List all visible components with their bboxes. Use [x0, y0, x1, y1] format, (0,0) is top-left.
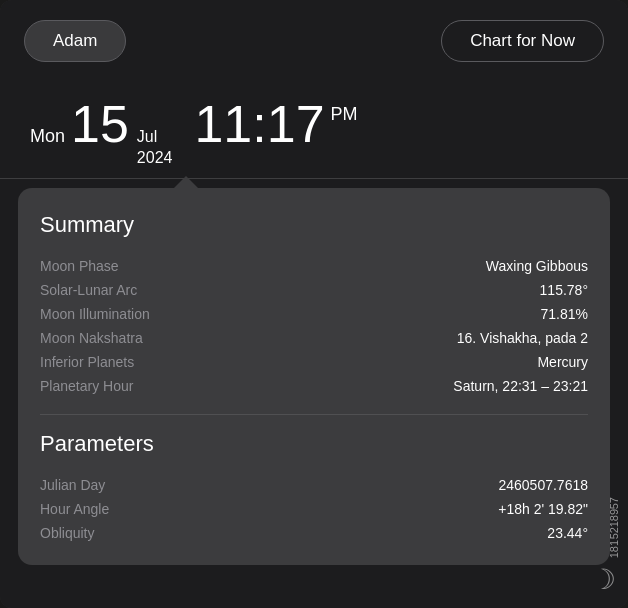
hour-angle-label: Hour Angle: [40, 501, 180, 517]
divider: [0, 178, 628, 179]
row-obliquity: Obliquity 23.44°: [40, 521, 588, 545]
planetary-hour-value: Saturn, 22:31 – 23:21: [453, 378, 588, 394]
main-container: Adam Chart for Now Mon 15 Jul 2024 11:17…: [0, 0, 628, 608]
row-julian-day: Julian Day 2460507.7618: [40, 473, 588, 497]
julian-day-label: Julian Day: [40, 477, 180, 493]
moon-illumination-value: 71.81%: [541, 306, 588, 322]
moon-nakshatra-label: Moon Nakshatra: [40, 330, 180, 346]
moon-phase-label: Moon Phase: [40, 258, 180, 274]
summary-title: Summary: [40, 212, 588, 238]
julian-day-value: 2460507.7618: [498, 477, 588, 493]
obliquity-value: 23.44°: [547, 525, 588, 541]
moon-nakshatra-value: 16. Vishakha, pada 2: [457, 330, 588, 346]
ampm-label: PM: [331, 104, 358, 125]
date-number: 15: [71, 98, 129, 150]
solar-lunar-arc-label: Solar-Lunar Arc: [40, 282, 180, 298]
moon-illumination-label: Moon Illumination: [40, 306, 180, 322]
summary-panel: Summary Moon Phase Waxing Gibbous Solar-…: [18, 188, 610, 565]
adam-button[interactable]: Adam: [24, 20, 126, 62]
row-solar-lunar-arc: Solar-Lunar Arc 115.78°: [40, 278, 588, 302]
row-planetary-hour: Planetary Hour Saturn, 22:31 – 23:21: [40, 374, 588, 398]
top-bar: Adam Chart for Now: [0, 20, 628, 62]
obliquity-label: Obliquity: [40, 525, 180, 541]
planetary-hour-label: Planetary Hour: [40, 378, 180, 394]
solar-lunar-arc-value: 115.78°: [540, 282, 588, 298]
row-moon-nakshatra: Moon Nakshatra 16. Vishakha, pada 2: [40, 326, 588, 350]
month-year: Jul 2024: [137, 127, 173, 169]
parameters-title: Parameters: [40, 431, 588, 457]
row-moon-illumination: Moon Illumination 71.81%: [40, 302, 588, 326]
month-label: Jul: [137, 127, 173, 148]
chart-for-now-button[interactable]: Chart for Now: [441, 20, 604, 62]
datetime-area: Mon 15 Jul 2024 11:17 PM: [30, 98, 358, 169]
hour-angle-value: +18h 2' 19.82": [498, 501, 588, 517]
time-display: 11:17: [194, 98, 324, 150]
row-hour-angle: Hour Angle +18h 2' 19.82": [40, 497, 588, 521]
inferior-planets-label: Inferior Planets: [40, 354, 180, 370]
inferior-planets-value: Mercury: [537, 354, 588, 370]
moon-symbol-icon: ☽: [591, 563, 616, 596]
moon-phase-value: Waxing Gibbous: [486, 258, 588, 274]
day-label: Mon: [30, 126, 65, 147]
row-moon-phase: Moon Phase Waxing Gibbous: [40, 254, 588, 278]
row-inferior-planets: Inferior Planets Mercury: [40, 350, 588, 374]
section-divider: [40, 414, 588, 415]
year-label: 2024: [137, 148, 173, 169]
